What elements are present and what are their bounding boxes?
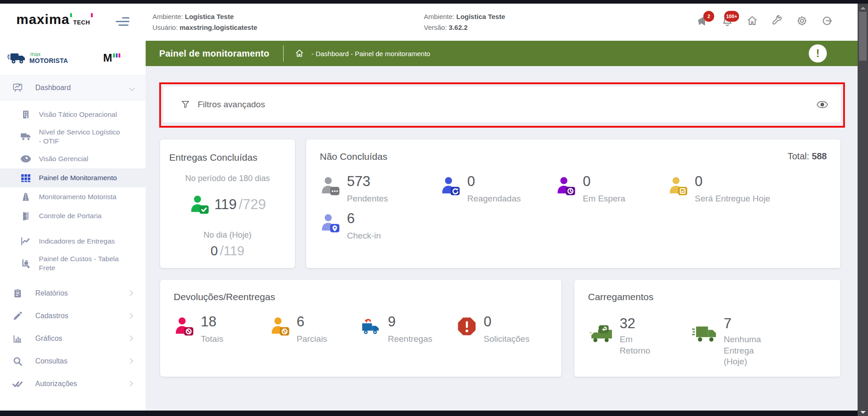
announcements-icon[interactable]: 2	[696, 14, 709, 27]
card-title: Não Concluídas	[320, 151, 387, 162]
sidebar-item-painel-custos[interactable]: Painel de Custos - Tabela Frete	[0, 251, 146, 276]
pencil-icon	[12, 310, 24, 322]
brand-suffix: TECH	[73, 19, 90, 26]
m-bar-blue	[116, 53, 118, 57]
sidebar-item-indicadores-entregas[interactable]: Indicadores de Entregas	[0, 232, 146, 251]
day-total: /119	[220, 244, 244, 258]
bar-chart-icon	[12, 333, 24, 344]
truck-em-retorno-icon	[588, 323, 613, 343]
chevron-right-icon	[127, 381, 133, 387]
sidebar-section-relatorios[interactable]: Relatórios	[0, 282, 146, 305]
chevron-down-icon	[129, 85, 135, 91]
app-header: maxima TECH Ambiente: Logística Teste Us…	[0, 4, 858, 41]
ambiente-value: Logística Teste	[185, 13, 234, 20]
menu-toggle-icon[interactable]	[116, 17, 132, 27]
logo-tick-pink	[91, 13, 93, 17]
truck-logo-icon	[7, 51, 26, 65]
search-icon	[12, 355, 24, 367]
stat-value: 0	[695, 174, 770, 189]
stat-label: Parciais	[297, 334, 327, 345]
stat-totais: 18 Totais	[174, 314, 270, 345]
brand-text: maxima	[16, 13, 70, 26]
usuario-value: maxstring.logisticateste	[180, 24, 257, 31]
sidebar-item-dashboard[interactable]: Dashboard	[0, 76, 146, 100]
top-frame-bar	[0, 0, 868, 4]
logo-motorista-text: MOTORISTA	[29, 57, 68, 64]
sidebar-section-cadastros[interactable]: Cadastros	[0, 305, 146, 327]
sidebar-item-controle-portaria[interactable]: Controle de Portaria	[0, 206, 146, 225]
truck-return-icon	[361, 316, 382, 337]
breadcrumb-home-icon[interactable]	[294, 48, 304, 58]
stat-label: Em Retorno	[620, 334, 656, 356]
stat-em-espera: 0 Em Espera	[555, 174, 668, 205]
period-total: /729	[239, 196, 266, 212]
sidebar-item-visao-tatico[interactable]: Visão Tático Operacional	[0, 105, 146, 124]
person-pending-icon	[320, 176, 341, 196]
sidebar-section-label: Consultas	[35, 357, 67, 365]
main-content: Filtros avançados Entregas Concluídas No…	[146, 66, 858, 411]
sidebar-item-label: Visão Gerencial	[39, 154, 123, 163]
sidebar-section-label: Autorizações	[35, 380, 77, 388]
sidebar-item-painel-monitoramento[interactable]: Painel de Monitoramento	[0, 168, 146, 187]
stat-label: Pendentes	[347, 193, 388, 205]
card-title: Carregamentos	[588, 292, 827, 302]
handtruck-icon	[20, 258, 32, 269]
maximatech-logo: maxima TECH	[16, 13, 93, 26]
environment-version-block: Ambiente: Logística Teste Versão: 3.62.2	[424, 11, 505, 33]
chevron-right-icon	[127, 335, 133, 341]
sidebar: max MOTORISTA M Dashboard V	[0, 41, 146, 411]
scrollbar-thumb[interactable]	[859, 12, 867, 61]
m-brand-mark: M	[103, 53, 120, 63]
announcements-badge: 2	[703, 11, 714, 22]
bottom-frame-bar	[0, 411, 868, 416]
person-check-icon	[189, 194, 210, 215]
stat-nenhuma-entrega: 7 Nenhuma Entrega (Hoje)	[692, 316, 827, 368]
card-entregas-concluidas: Entregas Concluídas No período de 180 di…	[160, 139, 295, 268]
stat-label: Totais	[201, 334, 223, 345]
page-title-bar: Painel de monitoramento - Dashboard - Pa…	[146, 41, 858, 66]
chevron-right-icon	[127, 313, 133, 319]
stat-value: 0	[484, 314, 529, 330]
tools-wrench-icon[interactable]	[771, 14, 783, 27]
sidebar-item-monitoramento-motorista[interactable]: Monitoramento Motorista	[0, 187, 146, 206]
sidebar-item-label: Controle de Portaria	[39, 211, 123, 220]
scrollbar-up-arrow[interactable]	[860, 7, 866, 10]
ambiente-label: Ambiente:	[152, 13, 183, 20]
person-calendar-icon	[668, 176, 688, 196]
stat-sera-entregue-hoje: 0 Será Entregue Hoje	[668, 174, 827, 205]
sidebar-item-visao-gerencial[interactable]: Visão Gerencial	[0, 149, 146, 168]
vertical-scrollbar[interactable]	[858, 4, 868, 416]
advanced-filters-bar[interactable]: Filtros avançados	[163, 86, 841, 123]
person-refresh-icon	[440, 176, 461, 196]
total-value: 588	[812, 151, 827, 161]
versao-label: Versão:	[424, 24, 447, 31]
sidebar-section-label: Cadastros	[35, 312, 68, 320]
person-cancel-icon	[174, 316, 194, 337]
versao-value: 3.62.2	[449, 24, 468, 31]
person-pin-icon	[320, 213, 341, 234]
alert-button[interactable]: !	[809, 44, 827, 62]
stat-solicitacoes: 0 Solicitações	[456, 314, 548, 345]
home-icon[interactable]	[746, 14, 759, 27]
stat-value: 18	[201, 314, 223, 330]
truck-icon	[20, 131, 32, 143]
ambiente2-label: Ambiente:	[424, 13, 455, 20]
stat-label: Check-in	[347, 230, 381, 242]
card-nao-concluidas: Não Concluídas Total: 588 573 Pendentes	[306, 139, 840, 268]
line-chart-icon	[20, 235, 32, 247]
grid-icon	[20, 172, 32, 184]
sidebar-section-graficos[interactable]: Gráficos	[0, 327, 146, 350]
advanced-filters-label: Filtros avançados	[198, 100, 265, 110]
logout-icon[interactable]	[821, 14, 833, 27]
settings-gear-icon[interactable]	[796, 14, 808, 27]
scrollbar-down-arrow[interactable]	[860, 411, 866, 414]
usuario-label: Usuário:	[152, 24, 178, 31]
sidebar-section-consultas[interactable]: Consultas	[0, 350, 146, 373]
stat-value: 32	[620, 316, 656, 331]
sidebar-section-autorizacoes[interactable]: Autorizações	[0, 373, 146, 395]
sidebar-item-nivel-servico[interactable]: Nível de Servico Logístico - OTIF	[0, 124, 146, 149]
stat-value: 7	[724, 316, 773, 331]
notifications-bell-icon[interactable]: 100+	[721, 14, 734, 27]
stat-parciais: 6 Parciais	[270, 314, 361, 345]
filters-visibility-eye-icon[interactable]	[816, 100, 828, 109]
